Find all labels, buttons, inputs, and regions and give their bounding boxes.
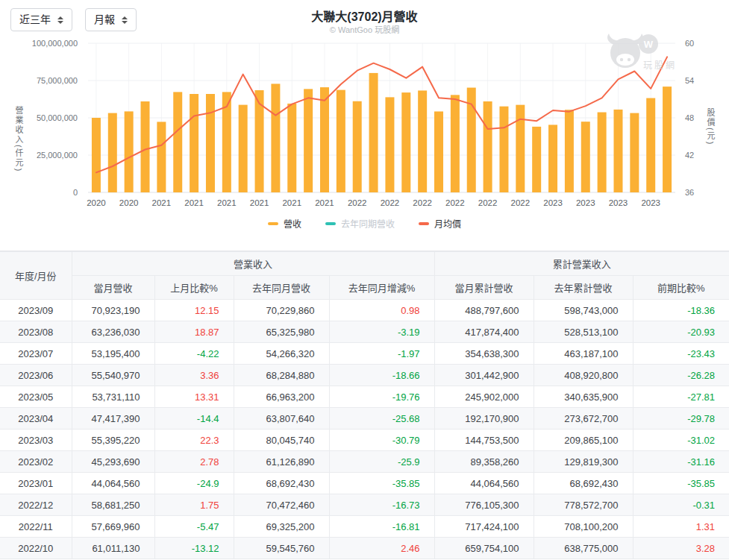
x-axis-tick: 2021 <box>184 198 204 207</box>
value-cell: 65,325,980 <box>234 321 329 343</box>
revenue-bar[interactable] <box>337 90 345 192</box>
col-header: 去年累計營收 <box>534 276 633 300</box>
value-cell: 354,638,300 <box>434 343 534 365</box>
col-header: 當月累計營收 <box>434 276 534 300</box>
revenue-bar[interactable] <box>451 95 460 192</box>
percent-cell: -16.81 <box>329 516 434 538</box>
x-axis-tick: 2023 <box>641 198 660 207</box>
x-axis-tick: 2020 <box>87 198 106 207</box>
revenue-bar[interactable] <box>548 125 557 192</box>
table-row: 2022/1258,681,2501.7570,472,460-16.73776… <box>0 494 729 516</box>
value-cell: 53,195,400 <box>72 343 154 365</box>
percent-cell: -3.19 <box>329 321 434 343</box>
revenue-bar[interactable] <box>663 86 672 192</box>
revenue-bar[interactable] <box>369 73 378 192</box>
revenue-bar[interactable] <box>287 104 296 192</box>
value-cell: 488,797,600 <box>434 300 534 321</box>
revenue-bar[interactable] <box>206 94 215 192</box>
date-cell: 2023/08 <box>0 321 72 343</box>
value-cell: 417,874,400 <box>434 321 534 343</box>
x-axis-tick: 2020 <box>119 198 139 207</box>
date-cell: 2023/06 <box>0 365 72 386</box>
right-axis-tick: 42 <box>685 151 694 160</box>
revenue-bar[interactable] <box>141 101 150 192</box>
value-cell: 408,920,800 <box>534 365 633 386</box>
value-cell: 638,775,000 <box>534 538 633 559</box>
x-axis-tick: 2022 <box>511 198 531 207</box>
revenue-bar[interactable] <box>565 110 574 192</box>
revenue-bar[interactable] <box>499 107 508 192</box>
percent-cell: -5.47 <box>154 516 234 538</box>
value-cell: 57,669,960 <box>72 516 154 538</box>
revenue-bar[interactable] <box>190 94 198 192</box>
value-cell: 778,572,700 <box>534 494 633 516</box>
percent-cell: 2.78 <box>154 451 234 473</box>
value-cell: 69,325,200 <box>234 516 329 538</box>
percent-cell: 3.28 <box>633 538 729 559</box>
percent-cell: -13.12 <box>154 538 234 559</box>
percent-cell: 3.36 <box>154 365 234 386</box>
x-axis-tick: 2021 <box>152 198 172 207</box>
value-cell: 598,743,000 <box>534 300 633 321</box>
table-row: 2022/1061,011,130-13.1259,545,7602.46659… <box>0 538 729 559</box>
chart-panel: 近三年 月報 大聯大(3702)月營收 © WantGoo 玩股網 03625,… <box>0 0 729 251</box>
chart-legend: 營收去年同期營收月均價 <box>0 217 729 230</box>
value-cell: 340,635,900 <box>534 386 633 408</box>
revenue-bar[interactable] <box>385 97 394 192</box>
revenue-bar[interactable] <box>598 113 607 192</box>
revenue-bar[interactable] <box>532 127 541 192</box>
value-cell: 80,045,740 <box>234 430 329 451</box>
revenue-bar[interactable] <box>418 90 427 192</box>
revenue-bar[interactable] <box>271 84 280 192</box>
percent-cell: 13.31 <box>154 386 234 408</box>
right-axis-tick: 36 <box>685 188 694 197</box>
legend-item-revenue[interactable]: 營收 <box>268 217 301 230</box>
value-cell: 528,513,100 <box>534 321 633 343</box>
date-cell: 2023/03 <box>0 430 72 451</box>
revenue-bar[interactable] <box>613 110 622 192</box>
revenue-bar[interactable] <box>239 105 248 192</box>
percent-cell: 1.75 <box>154 494 234 516</box>
value-cell: 68,284,880 <box>234 365 329 386</box>
value-cell: 47,417,390 <box>72 408 154 430</box>
table-row: 2023/0355,395,22022.380,045,740-30.79144… <box>0 430 729 451</box>
percent-cell: 22.3 <box>154 430 234 451</box>
revenue-bar[interactable] <box>630 113 639 192</box>
revenue-bar[interactable] <box>434 111 443 192</box>
revenue-bar[interactable] <box>646 98 655 192</box>
revenue-bar[interactable] <box>353 101 362 192</box>
revenue-bar[interactable] <box>173 92 182 192</box>
revenue-bar[interactable] <box>581 122 590 192</box>
value-cell: 63,236,030 <box>72 321 154 343</box>
revenue-bar[interactable] <box>157 122 166 192</box>
table-row: 2023/0970,923,19012.1570,229,8600.98488,… <box>0 300 729 321</box>
revenue-bar[interactable] <box>92 118 101 192</box>
col-header: 去年同月營收 <box>234 276 329 300</box>
revenue-bar[interactable] <box>320 87 329 192</box>
date-cell: 2023/01 <box>0 473 72 494</box>
value-cell: 44,064,560 <box>72 473 154 494</box>
percent-cell: 0.98 <box>329 300 434 321</box>
percent-cell: -31.02 <box>633 430 729 451</box>
right-axis-tick: 54 <box>685 76 694 85</box>
legend-marker-icon <box>419 222 429 225</box>
revenue-bar[interactable] <box>304 89 313 192</box>
legend-item-avg-price[interactable]: 月均價 <box>419 217 461 230</box>
revenue-bar[interactable] <box>108 113 117 192</box>
value-cell: 192,170,900 <box>434 408 534 430</box>
revenue-bar[interactable] <box>484 101 492 192</box>
revenue-bar[interactable] <box>516 105 525 192</box>
group-header-revenue: 營業收入 <box>72 252 434 276</box>
percent-cell: -20.93 <box>633 321 729 343</box>
revenue-bar[interactable] <box>401 92 410 192</box>
revenue-bar[interactable] <box>125 111 134 192</box>
monthly-revenue-chart[interactable]: 03625,000,0004250,000,0004875,000,000541… <box>0 0 729 213</box>
percent-cell: -27.81 <box>633 386 729 408</box>
value-cell: 463,187,100 <box>534 343 633 365</box>
value-cell: 129,819,300 <box>534 451 633 473</box>
date-cell: 2023/09 <box>0 300 72 321</box>
legend-item-last-year-revenue[interactable]: 去年同期營收 <box>325 217 395 230</box>
date-cell: 2023/02 <box>0 451 72 473</box>
value-cell: 61,126,890 <box>234 451 329 473</box>
col-header: 當月營收 <box>72 276 154 300</box>
